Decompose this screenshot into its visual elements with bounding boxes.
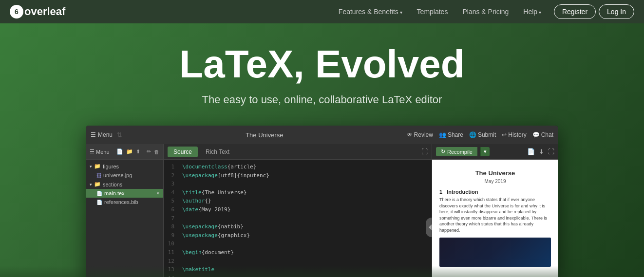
nav-menu: Features & Benefits Templates Plans & Pr… xyxy=(333,4,634,19)
file-panel-toolbar: ☰ Menu 📄 📁 ⬆ ✏ 🗑 xyxy=(86,144,163,160)
chat-icon: 💬 xyxy=(532,131,540,138)
hamburger-icon: ☰ xyxy=(90,148,95,155)
logo-text: overleaf xyxy=(24,5,65,18)
scroll-handle[interactable] xyxy=(426,218,432,237)
menu-icon: ☰ xyxy=(91,131,96,138)
nav-features[interactable]: Features & Benefits xyxy=(333,5,408,18)
hero-section: LaTeX, Evolved The easy to use, online, … xyxy=(0,23,644,277)
download-pdf-icon[interactable]: 📄 xyxy=(527,148,535,155)
share-icon: 👥 xyxy=(439,131,446,138)
logo[interactable]: 6 overleaf xyxy=(10,5,65,18)
preview-icons: 📄 ⬇ ⛶ xyxy=(527,148,554,155)
upload-icon[interactable]: ⬆ xyxy=(136,148,140,155)
sections-label: sections xyxy=(103,182,122,187)
fullscreen-icon[interactable]: ⛶ xyxy=(421,148,428,155)
hero-subtitle: The easy to use, online, collaborative L… xyxy=(202,93,442,106)
submit-icon: 🌐 xyxy=(469,131,476,138)
sort-icon: ⇅ xyxy=(116,131,122,139)
line-numbers: 12345 678910 1112131415 16 17 xyxy=(164,160,178,277)
preview-image xyxy=(439,238,551,267)
chat-button[interactable]: 💬 Chat xyxy=(532,131,553,138)
preview-toolbar: ↻ Recompile ▾ 📄 ⬇ ⛶ xyxy=(432,144,558,160)
new-folder-icon[interactable]: 📁 xyxy=(126,148,133,155)
nav-help[interactable]: Help xyxy=(517,5,547,18)
login-button[interactable]: Log In xyxy=(599,4,634,19)
references-bib-item[interactable]: 📄 references.bib xyxy=(86,198,163,206)
register-button[interactable]: Register xyxy=(554,4,596,19)
folder-arrow-icon2: ▾ xyxy=(90,182,92,187)
history-icon: ↩ xyxy=(502,131,507,138)
download-icon[interactable]: ⬇ xyxy=(539,148,544,155)
file-options-icon[interactable]: ▾ xyxy=(157,191,159,196)
menu-button[interactable]: ☰ Menu xyxy=(91,131,113,138)
submit-button[interactable]: 🌐 Submit xyxy=(469,131,496,138)
document-title: The Universe xyxy=(126,131,403,139)
file-panel: ☰ Menu 📄 📁 ⬆ ✏ 🗑 ▾ 📁 figures xyxy=(86,144,164,277)
figures-label: figures xyxy=(103,164,119,169)
bib-file-icon: 📄 xyxy=(96,200,102,205)
preview-panel: ↻ Recompile ▾ 📄 ⬇ ⛶ The Universe May 201… xyxy=(432,144,558,277)
nav-plans[interactable]: Plans & Pricing xyxy=(456,5,514,18)
recompile-button[interactable]: ↻ Recompile xyxy=(436,147,477,156)
new-file-icon[interactable]: 📄 xyxy=(116,148,123,155)
rich-text-tab[interactable]: Rich Text xyxy=(200,147,235,157)
expand-preview-icon[interactable]: ⛶ xyxy=(548,148,554,155)
file-tree: ▾ 📁 figures 🖼 universe.jpg ▾ 📁 sections xyxy=(86,160,163,208)
editor-body: ☰ Menu 📄 📁 ⬆ ✏ 🗑 ▾ 📁 figures xyxy=(86,144,558,277)
references-bib-label: references.bib xyxy=(104,199,138,205)
review-button[interactable]: 👁 Review xyxy=(407,131,433,138)
source-tab[interactable]: Source xyxy=(168,147,198,157)
folder-icon2: 📁 xyxy=(94,181,101,187)
logo-icon: 6 xyxy=(10,5,23,18)
universe-jpg-item[interactable]: 🖼 universe.jpg xyxy=(86,171,163,180)
delete-icon[interactable]: 🗑 xyxy=(154,149,159,155)
main-tex-label: main.tex xyxy=(104,190,125,196)
cta-text: Get started now xyxy=(270,275,374,277)
code-area: Source Rich Text ⛶ 12345 678910 11121314… xyxy=(164,144,432,277)
tab-actions: ⛶ xyxy=(421,148,428,155)
share-button[interactable]: 👥 Share xyxy=(439,131,463,138)
preview-body: There is a theory which states that if e… xyxy=(439,197,551,234)
file-menu-button[interactable]: ☰ Menu xyxy=(90,148,110,155)
history-button[interactable]: ↩ History xyxy=(502,131,526,138)
edit-icon[interactable]: ✏ xyxy=(147,148,151,155)
preview-content: The Universe May 2019 1 Introduction The… xyxy=(432,160,558,277)
code-content[interactable]: 12345 678910 1112131415 16 17 \documentc… xyxy=(164,160,432,277)
tex-file-icon: 📄 xyxy=(96,191,102,196)
review-icon: 👁 xyxy=(407,131,413,138)
universe-jpg-label: universe.jpg xyxy=(103,172,132,178)
folder-arrow-icon: ▾ xyxy=(90,164,92,169)
preview-section: 1 Introduction xyxy=(439,189,551,195)
recompile-dropdown[interactable]: ▾ xyxy=(480,147,490,156)
sections-folder[interactable]: ▾ 📁 sections xyxy=(86,180,163,189)
figures-folder[interactable]: ▾ 📁 figures xyxy=(86,162,163,171)
folder-icon: 📁 xyxy=(94,163,101,169)
main-tex-item[interactable]: 📄 main.tex ▾ xyxy=(86,189,163,198)
code-tabs: Source Rich Text ⛶ xyxy=(164,144,432,160)
nav-templates[interactable]: Templates xyxy=(411,5,454,18)
cta-bar: Get started now xyxy=(0,266,644,277)
refresh-icon: ↻ xyxy=(441,148,445,155)
navbar: 6 overleaf Features & Benefits Templates… xyxy=(0,0,644,23)
svg-marker-0 xyxy=(429,224,432,227)
editor-toolbar: ☰ Menu ⇅ The Universe 👁 Review 👥 Share 🌐… xyxy=(86,126,558,144)
preview-title: The Universe xyxy=(439,169,551,177)
code-lines: \documentclass{article} \usepackage[utf8… xyxy=(178,160,432,277)
svg-marker-1 xyxy=(429,227,432,230)
image-icon: 🖼 xyxy=(96,173,101,178)
editor-mockup: ☰ Menu ⇅ The Universe 👁 Review 👥 Share 🌐… xyxy=(86,126,558,277)
toolbar-actions: 👁 Review 👥 Share 🌐 Submit ↩ History 💬 xyxy=(407,131,553,138)
preview-date: May 2019 xyxy=(439,179,551,184)
hero-title: LaTeX, Evolved xyxy=(179,43,464,86)
